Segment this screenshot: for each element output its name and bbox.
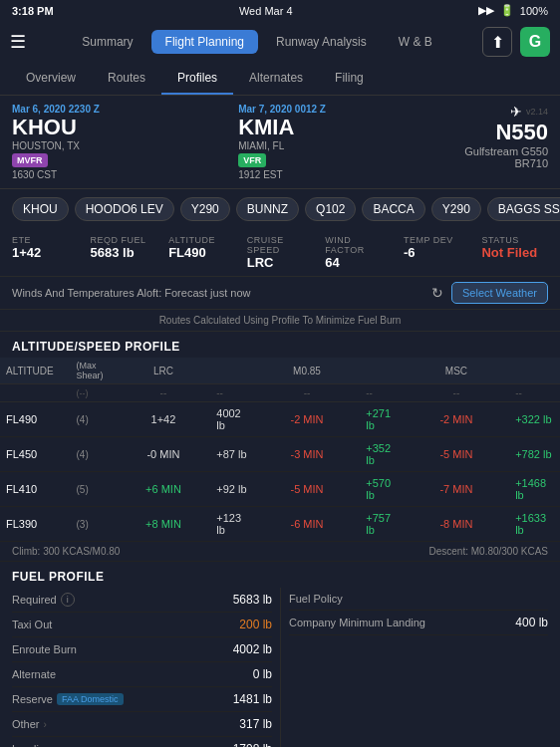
altitude-label: ALTITUDE [168, 235, 235, 245]
faa-domestic-badge: FAA Domestic [57, 693, 124, 705]
fuel-taxiout-row: Taxi Out 200 lb [12, 613, 272, 637]
col-lrc-header: LRC [117, 358, 211, 384]
reqdfuel-value: 5683 lb [91, 245, 157, 260]
info-ete: ETE 1+42 [12, 235, 79, 270]
tab-flight-planning[interactable]: Flight Planning [151, 30, 258, 54]
table-row: FL390 (3) +8 MIN +123 lb -6 MIN +757 lb … [0, 507, 560, 542]
hamburger-icon[interactable]: ☰ [10, 31, 26, 53]
row3-mscval: +1468 lb [509, 472, 560, 507]
tab-runway-analysis[interactable]: Runway Analysis [262, 30, 381, 54]
pill-bunnz[interactable]: BUNNZ [236, 197, 299, 221]
fuel-landing-value: 1798 lb [233, 742, 272, 747]
battery-icon: 🔋 [500, 4, 514, 17]
fuel-left-col: Required i 5683 lb Taxi Out 200 lb Enrou… [12, 588, 280, 747]
aircraft-type: Gulfstream G550 [464, 145, 548, 157]
arrival-block: Mar 7, 2020 0012 Z KMIA MIAMI, FL VFR 19… [238, 104, 448, 180]
fuel-alternate-value: 0 lb [253, 667, 272, 681]
climb-value: 300 KCAS/M0.80 [43, 546, 120, 557]
pill-bacca[interactable]: BACCA [362, 197, 424, 221]
fuel-other-value: 317 lb [239, 717, 272, 731]
route-calc-msg: Routes Calculated Using Profile To Minim… [0, 310, 560, 332]
tab-summary[interactable]: Summary [68, 30, 146, 54]
status-indicators: ▶▶ 🔋 100% [478, 4, 548, 17]
fuel-landing-row: Landing 1798 lb [12, 737, 272, 747]
status-value: Not Filed [481, 245, 548, 260]
fuel-reserve-row: Reserve FAA Domestic 1481 lb [12, 687, 272, 712]
info-windfactor: WIND FACTOR 64 [325, 235, 392, 270]
company-min-value: 400 lb [515, 616, 548, 629]
row3-lrcval: +92 lb [210, 472, 254, 507]
altitude-value: FL490 [168, 245, 235, 260]
fuel-section-header: FUEL PROFILE [0, 562, 560, 588]
aircraft-version: v2.14 [526, 107, 548, 117]
fuel-grid: Required i 5683 lb Taxi Out 200 lb Enrou… [0, 588, 560, 747]
row1-lrcval: 4002 lb [210, 402, 254, 437]
top-actions: ⬆ G [482, 27, 550, 57]
row3-shear: (5) [71, 472, 117, 507]
col-lrc2-header [210, 358, 254, 384]
row3-m085val: +570 lb [360, 472, 404, 507]
subtab-profiles[interactable]: Profiles [161, 63, 233, 95]
cruisespeed-label: CRUISE SPEED [247, 235, 314, 255]
pill-y290-2[interactable]: Y290 [431, 197, 481, 221]
row2-lrc: -0 MIN [117, 437, 211, 472]
descent-value: M0.80/300 KCAS [471, 546, 548, 557]
row2-lrcval: +87 lb [210, 437, 254, 472]
select-weather-button[interactable]: Select Weather [451, 282, 548, 304]
route-pills: KHOU HOODO6 LEV Y290 BUNNZ Q102 BACCA Y2… [0, 189, 560, 229]
pill-q102[interactable]: Q102 [305, 197, 356, 221]
departure-time: 1630 CST [12, 169, 222, 180]
tempdev-label: TEMP DEV [404, 235, 470, 245]
row1-alt: FL490 [0, 402, 71, 437]
tempdev-value: -6 [404, 245, 470, 260]
weather-text: Winds And Temperatures Aloft: Forecast j… [12, 287, 423, 299]
pill-khou[interactable]: KHOU [12, 197, 69, 221]
aircraft-block: ✈ v2.14 N550 Gulfstream G550 BR710 [464, 104, 548, 180]
row1-m085diff: -2 MIN [254, 402, 360, 437]
windfactor-value: 64 [325, 255, 392, 270]
cruisespeed-value: LRC [247, 255, 314, 270]
pill-y290-1[interactable]: Y290 [180, 197, 230, 221]
tab-wb[interactable]: W & B [385, 30, 446, 54]
subtab-alternates[interactable]: Alternates [233, 63, 319, 95]
pill-baggs[interactable]: BAGGS SSC [487, 197, 560, 221]
fuel-enroute-row: Enroute Burn 4002 lb [12, 637, 272, 662]
status-bar: 3:18 PM Wed Mar 4 ▶▶ 🔋 100% [0, 0, 560, 21]
share-button[interactable]: ⬆ [482, 27, 512, 57]
fuel-landing-label: Landing [12, 743, 51, 747]
subtab-filing[interactable]: Filing [319, 63, 380, 95]
row4-lrc: +8 MIN [117, 507, 211, 542]
departure-city: HOUSTON, TX [12, 140, 222, 151]
row3-alt: FL410 [0, 472, 71, 507]
row1-shear: (4) [71, 402, 117, 437]
sub-nav: Overview Routes Profiles Alternates Fili… [0, 63, 560, 96]
fuel-right-col: Fuel Policy Company Minimum Landing 400 … [280, 588, 548, 747]
row4-shear: (3) [71, 507, 117, 542]
profile-button[interactable]: G [520, 27, 550, 57]
wifi-icon: ▶▶ [478, 4, 494, 17]
aircraft-id: N550 [464, 120, 548, 145]
subtab-overview[interactable]: Overview [10, 63, 92, 95]
info-tempdev: TEMP DEV -6 [404, 235, 470, 270]
col-msc-header: MSC [404, 358, 509, 384]
arrival-code: KMIA [238, 115, 448, 140]
fuel-required-row: Required i 5683 lb [12, 588, 272, 613]
row2-mscdiff: -5 MIN [404, 437, 509, 472]
row4-m085val: +757 lb [360, 507, 404, 542]
fuel-enroute-label: Enroute Burn [12, 643, 77, 655]
fuel-required-label: Required [12, 594, 57, 606]
fuel-alternate-row: Alternate 0 lb [12, 662, 272, 687]
fuel-policy-row: Fuel Policy [289, 588, 548, 611]
col-shear-header: (Max Shear) [71, 358, 117, 384]
fuel-alternate-label: Alternate [12, 668, 56, 680]
refresh-icon[interactable]: ↻ [431, 285, 443, 301]
table-row: FL490 (4) 1+42 4002 lb -2 MIN +271 lb -2… [0, 402, 560, 437]
info-icon[interactable]: i [61, 593, 75, 607]
status-label: STATUS [481, 235, 548, 245]
subtab-routes[interactable]: Routes [92, 63, 161, 95]
info-reqdfuel: REQD FUEL 5683 lb [91, 235, 157, 270]
row2-m085val: +352 lb [360, 437, 404, 472]
pill-hoodo6[interactable]: HOODO6 LEV [75, 197, 174, 221]
flight-info-row: ETE 1+42 REQD FUEL 5683 lb ALTITUDE FL49… [0, 229, 560, 277]
fuel-taxiout-label: Taxi Out [12, 619, 52, 630]
